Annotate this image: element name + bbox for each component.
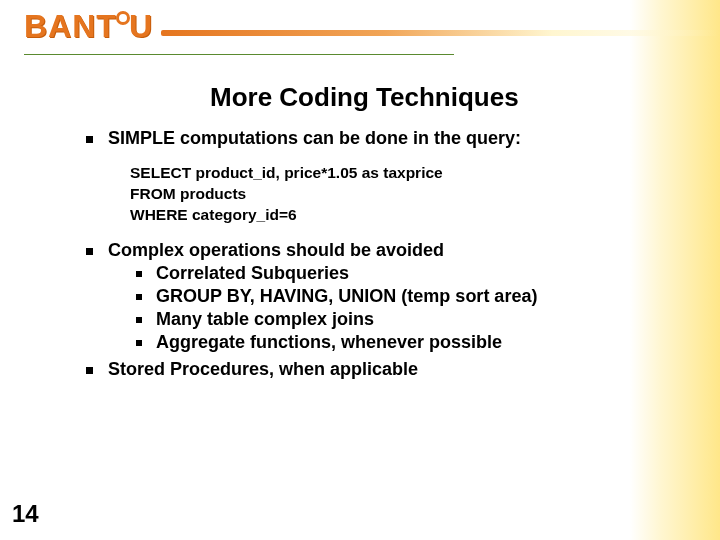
bullet-list: SIMPLE computations can be done in the q…: [86, 128, 640, 380]
header-divider: [24, 54, 454, 55]
bullet-text-2: Complex operations should be avoided: [108, 240, 444, 260]
logo-row: BANTU: [24, 8, 720, 45]
bullet-item-3: Stored Procedures, when applicable: [86, 359, 640, 380]
page-title: More Coding Techniques: [0, 82, 720, 113]
bullet-item-2: Complex operations should be avoided Cor…: [86, 240, 640, 353]
brand-dot-icon: [116, 11, 130, 25]
bullet-text-1: SIMPLE computations can be done in the q…: [108, 128, 521, 148]
code-line-2: FROM products: [130, 184, 640, 205]
header: BANTU: [24, 8, 720, 45]
bullet-item-1: SIMPLE computations can be done in the q…: [86, 128, 640, 226]
brand-prefix: BANT: [24, 8, 117, 45]
content-area: SIMPLE computations can be done in the q…: [86, 128, 640, 386]
sub-bullet-4: Aggregate functions, whenever possible: [136, 332, 640, 353]
sub-bullet-3: Many table complex joins: [136, 309, 640, 330]
side-gradient: [630, 0, 720, 540]
sub-bullet-2: GROUP BY, HAVING, UNION (temp sort area): [136, 286, 640, 307]
page-number: 14: [12, 500, 39, 528]
sub-bullet-list: Correlated Subqueries GROUP BY, HAVING, …: [136, 263, 640, 353]
code-line-1: SELECT product_id, price*1.05 as taxpric…: [130, 163, 640, 184]
code-line-3: WHERE category_id=6: [130, 205, 640, 226]
brand-suffix: U: [129, 8, 153, 45]
sub-bullet-1: Correlated Subqueries: [136, 263, 640, 284]
code-block: SELECT product_id, price*1.05 as taxpric…: [130, 163, 640, 226]
bullet-text-3: Stored Procedures, when applicable: [108, 359, 418, 379]
brand-logo: BANTU: [24, 8, 153, 45]
brand-underline: [161, 30, 720, 36]
